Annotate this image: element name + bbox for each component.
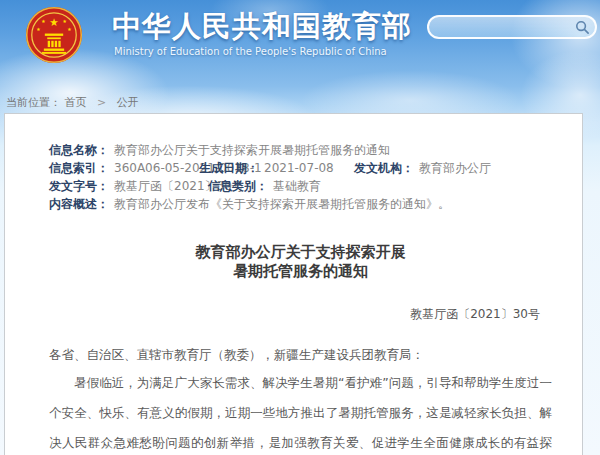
- breadcrumb-prefix: 当前位置：: [6, 96, 61, 109]
- meta-label-summary: 内容概述：: [49, 195, 109, 213]
- national-emblem-icon: ★ ★ ★ ★ ★: [25, 6, 83, 64]
- document-salutation: 各省、自治区、直辖市教育厅（教委），新疆生产建设兵团教育局：: [49, 347, 552, 364]
- document-number: 教基厅函〔2021〕30号: [49, 306, 552, 323]
- meta-label-category: 信息类别：: [208, 177, 268, 195]
- breadcrumb-link-section[interactable]: 公开: [117, 96, 139, 109]
- meta-label-agency: 发文机构：: [354, 159, 414, 177]
- meta-label-date: 生成日期：: [199, 159, 259, 177]
- metadata-block: 信息名称： 教育部办公厅关于支持探索开展暑期托管服务的通知 信息索引： 360A…: [49, 141, 552, 213]
- content-panel: 信息名称： 教育部办公厅关于支持探索开展暑期托管服务的通知 信息索引： 360A…: [4, 113, 583, 455]
- meta-value-date: 2021-07-08: [264, 159, 334, 177]
- breadcrumb: 当前位置： 首页 > 公开: [6, 95, 139, 110]
- meta-label-docnum: 发文字号：: [49, 177, 109, 195]
- svg-text:★: ★: [67, 27, 72, 32]
- search-input[interactable]: [429, 17, 575, 37]
- meta-label-index: 信息索引：: [49, 159, 109, 177]
- svg-text:★: ★: [41, 19, 46, 24]
- document-title: 教育部办公厅关于支持探索开展 暑期托管服务的通知: [49, 243, 552, 281]
- meta-label-name: 信息名称：: [49, 141, 109, 159]
- breadcrumb-separator: >: [97, 96, 106, 109]
- document-title-line1: 教育部办公厅关于支持探索开展: [49, 243, 552, 262]
- breadcrumb-link-home[interactable]: 首页: [65, 96, 87, 109]
- meta-value-agency: 教育部办公厅: [419, 159, 491, 177]
- meta-row-index-date-agency: 信息索引： 360A06-05-2021-0018-1 生成日期： 2021-0…: [49, 159, 552, 177]
- site-title: 中华人民共和国教育部: [112, 7, 412, 47]
- svg-text:★: ★: [49, 16, 59, 29]
- meta-value-name: 教育部办公厅关于支持探索开展暑期托管服务的通知: [114, 141, 390, 159]
- document-body-paragraph: 暑假临近，为满足广大家长需求、解决学生暑期“看护难”问题，引导和帮助学生度过一个…: [49, 368, 552, 455]
- meta-value-summary: 教育部办公厅发布《关于支持探索开展暑期托管服务的通知》。: [114, 195, 450, 213]
- meta-value-category: 基础教育: [273, 177, 321, 195]
- meta-row-name: 信息名称： 教育部办公厅关于支持探索开展暑期托管服务的通知: [49, 141, 552, 159]
- meta-row-summary: 内容概述： 教育部办公厅发布《关于支持探索开展暑期托管服务的通知》。: [49, 195, 552, 213]
- site-subtitle: Ministry of Education of the People's Re…: [114, 46, 387, 57]
- svg-text:★: ★: [62, 19, 67, 24]
- search-icon[interactable]: [575, 20, 590, 35]
- meta-row-docnum-category: 发文字号： 教基厅函〔2021〕30号 信息类别： 基础教育: [49, 177, 552, 195]
- svg-text:★: ★: [36, 27, 41, 32]
- document-title-line2: 暑期托管服务的通知: [49, 262, 552, 281]
- search-box[interactable]: [427, 15, 597, 39]
